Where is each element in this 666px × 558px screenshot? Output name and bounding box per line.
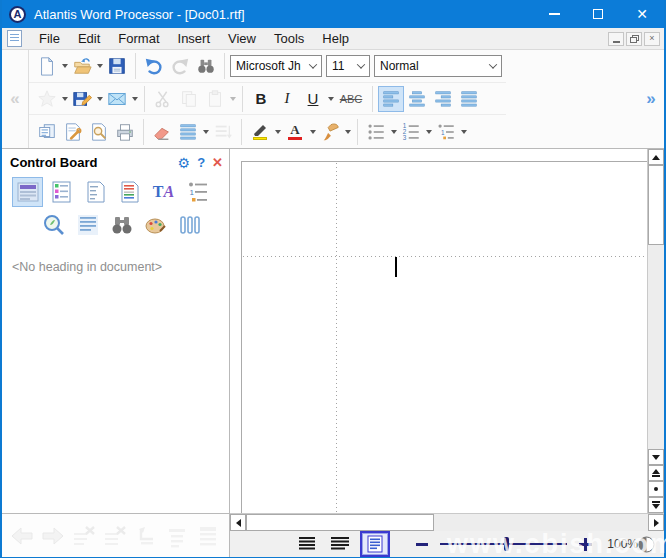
- align-right-button[interactable]: [430, 86, 456, 112]
- zoom-out-button[interactable]: [416, 543, 428, 546]
- email-button[interactable]: [104, 86, 130, 112]
- mdi-close-button[interactable]: ×: [644, 32, 660, 46]
- previous-page-button[interactable]: [648, 465, 664, 481]
- menu-insert[interactable]: Insert: [169, 28, 220, 49]
- horizontal-scrollbar-track[interactable]: [434, 514, 648, 531]
- format-painter-dropdown[interactable]: [343, 119, 352, 145]
- zoom-mode-button[interactable]: [638, 536, 655, 553]
- toolbar-scroll-right-button[interactable]: »: [638, 50, 664, 148]
- menu-edit[interactable]: Edit: [69, 28, 109, 49]
- mdi-minimize-button[interactable]: [608, 32, 624, 46]
- underline-dropdown[interactable]: [326, 86, 335, 112]
- document-icon[interactable]: [7, 30, 22, 47]
- scroll-down-button[interactable]: [648, 449, 664, 465]
- scroll-right-button[interactable]: [648, 514, 664, 531]
- email-dropdown[interactable]: [130, 86, 139, 112]
- print-preview-button[interactable]: [86, 119, 112, 145]
- save-special-dropdown[interactable]: [95, 86, 104, 112]
- cb-colors-tab[interactable]: [140, 210, 171, 240]
- minimize-button[interactable]: [532, 0, 576, 28]
- cb-search-tab[interactable]: [106, 210, 137, 240]
- open-button[interactable]: [69, 53, 95, 79]
- maximize-button[interactable]: [576, 0, 620, 28]
- highlight-dropdown[interactable]: [273, 119, 282, 145]
- zoom-slider-thumb[interactable]: [504, 537, 509, 551]
- multilevel-list-dropdown[interactable]: [459, 119, 468, 145]
- font-name-combo[interactable]: Microsoft Jh: [230, 55, 322, 77]
- mdi-restore-button[interactable]: [626, 32, 642, 46]
- find-button[interactable]: [193, 53, 219, 79]
- close-button[interactable]: ✕: [620, 0, 664, 28]
- italic-button[interactable]: I: [274, 86, 300, 112]
- menu-help[interactable]: Help: [313, 28, 358, 49]
- vertical-scrollbar[interactable]: [647, 149, 664, 513]
- font-size-combo[interactable]: 11: [326, 55, 370, 77]
- menu-tools[interactable]: Tools: [265, 28, 313, 49]
- menu-file[interactable]: File: [30, 28, 69, 49]
- font-color-dropdown[interactable]: [308, 119, 317, 145]
- align-center-button[interactable]: [404, 86, 430, 112]
- help-icon[interactable]: ?: [197, 155, 205, 170]
- favorites-dropdown[interactable]: [60, 86, 69, 112]
- page-setup-icon: [63, 122, 83, 142]
- align-justify-button[interactable]: [456, 86, 482, 112]
- forward-arrow-icon: [40, 523, 66, 549]
- undo-button[interactable]: [141, 53, 167, 79]
- bold-button[interactable]: B: [248, 86, 274, 112]
- zoom-slider[interactable]: [440, 543, 568, 545]
- redo-icon: [170, 56, 190, 76]
- cb-toolbars-tab[interactable]: [12, 177, 43, 207]
- strikethrough-button[interactable]: ABC: [335, 86, 367, 112]
- numbered-list-dropdown[interactable]: [424, 119, 433, 145]
- cb-fonts-tab[interactable]: TA: [148, 177, 179, 207]
- online-view-button[interactable]: [327, 533, 353, 555]
- style-combo[interactable]: Normal: [374, 55, 502, 77]
- vertical-scrollbar-track[interactable]: [648, 245, 664, 449]
- cb-document-tab[interactable]: [114, 177, 145, 207]
- gear-icon[interactable]: ⚙: [178, 155, 191, 171]
- save-button[interactable]: [104, 53, 130, 79]
- zoom-in-button[interactable]: [579, 538, 591, 551]
- toolbar-separator: [135, 53, 136, 79]
- scroll-up-button[interactable]: [648, 149, 664, 165]
- print-button[interactable]: [112, 119, 138, 145]
- new-document-button[interactable]: [34, 53, 60, 79]
- horizontal-scrollbar[interactable]: [230, 513, 664, 531]
- special-sections-button[interactable]: [34, 119, 60, 145]
- panel-close-icon[interactable]: ✕: [212, 155, 223, 170]
- bullet-list-dropdown[interactable]: [389, 119, 398, 145]
- cb-clipbook-tab[interactable]: [46, 177, 77, 207]
- full-outline-icon: [195, 523, 221, 549]
- document-area[interactable]: [230, 149, 647, 513]
- next-page-button[interactable]: [648, 497, 664, 513]
- multilevel-list-button[interactable]: 1: [433, 119, 459, 145]
- vertical-scrollbar-thumb[interactable]: [648, 165, 664, 245]
- page-layout-view-button[interactable]: [360, 531, 390, 557]
- new-document-dropdown[interactable]: [60, 53, 69, 79]
- cb-clips-tab[interactable]: [174, 210, 205, 240]
- double-arrow-up-icon: [652, 469, 660, 477]
- menu-format[interactable]: Format: [109, 28, 168, 49]
- cb-overview-tab[interactable]: [38, 210, 69, 240]
- numbered-list-button[interactable]: 123: [398, 119, 424, 145]
- font-color-button[interactable]: A: [282, 119, 308, 145]
- draft-view-button[interactable]: [294, 533, 320, 555]
- cb-autocorrect-tab[interactable]: [80, 177, 111, 207]
- highlight-button[interactable]: [247, 119, 273, 145]
- horizontal-scrollbar-thumb[interactable]: [246, 514, 434, 531]
- scroll-left-button[interactable]: [230, 514, 246, 531]
- format-painter-button[interactable]: [317, 119, 343, 145]
- line-spacing-dropdown[interactable]: [201, 119, 210, 145]
- clear-formatting-button[interactable]: [149, 119, 175, 145]
- align-left-button[interactable]: [378, 86, 404, 112]
- select-browse-object-button[interactable]: [648, 481, 664, 497]
- bullet-list-button[interactable]: [363, 119, 389, 145]
- cb-outline-tab[interactable]: 1: [182, 177, 213, 207]
- line-spacing-button[interactable]: [175, 119, 201, 145]
- cb-paragraph-tab[interactable]: [72, 210, 103, 240]
- menu-view[interactable]: View: [219, 28, 265, 49]
- page-setup-button[interactable]: [60, 119, 86, 145]
- open-dropdown[interactable]: [95, 53, 104, 79]
- save-special-button[interactable]: [69, 86, 95, 112]
- underline-button[interactable]: U: [300, 86, 326, 112]
